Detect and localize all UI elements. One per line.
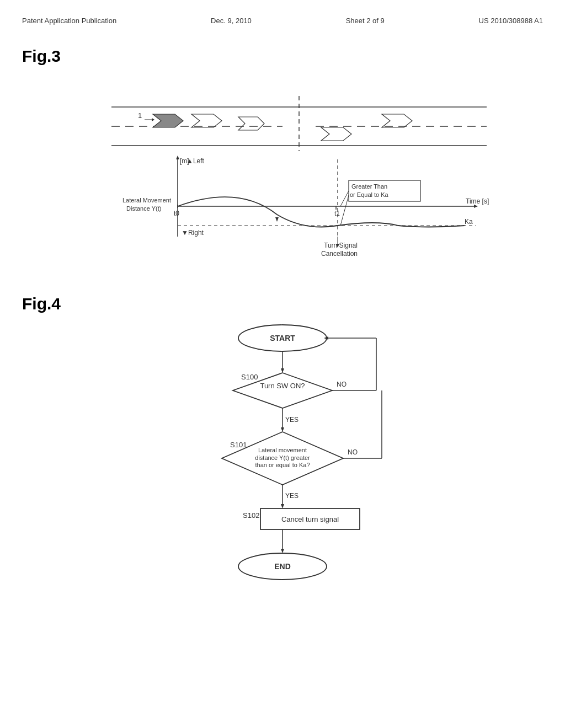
svg-marker-70 bbox=[281, 549, 284, 553]
svg-text:Cancel turn signal: Cancel turn signal bbox=[281, 515, 339, 523]
svg-text:NO: NO bbox=[337, 381, 347, 388]
fig4-diagram: START S100 Turn SW ON? YES NO bbox=[145, 322, 420, 586]
svg-text:Lateral movement: Lateral movement bbox=[258, 447, 307, 453]
header-publication: Patent Application Publication bbox=[22, 17, 116, 25]
header-patent-number: US 2010/308988 A1 bbox=[479, 17, 543, 25]
svg-text:Ka: Ka bbox=[465, 218, 473, 226]
svg-text:END: END bbox=[274, 562, 291, 571]
fig3-diagram: 1 [m] ▲Left bbox=[67, 74, 498, 261]
svg-text:t1: t1 bbox=[334, 210, 340, 217]
svg-marker-10 bbox=[152, 118, 154, 121]
svg-line-35 bbox=[340, 195, 349, 226]
svg-marker-43 bbox=[281, 368, 284, 373]
svg-text:Time [s]: Time [s] bbox=[466, 197, 489, 205]
svg-marker-48 bbox=[281, 427, 284, 432]
svg-text:NO: NO bbox=[348, 448, 358, 456]
svg-text:t0: t0 bbox=[174, 210, 179, 217]
svg-text:Turn SW ON?: Turn SW ON? bbox=[260, 382, 305, 390]
svg-text:S100: S100 bbox=[241, 373, 258, 381]
fig4-section: Fig.4 START S100 Turn SW ON? YES bbox=[22, 295, 543, 586]
svg-text:distance Y(t) greater: distance Y(t) greater bbox=[255, 454, 310, 461]
svg-marker-7 bbox=[238, 117, 264, 130]
svg-text:or Equal to Ka: or Equal to Ka bbox=[350, 191, 389, 198]
svg-marker-6 bbox=[191, 114, 222, 127]
svg-text:S102: S102 bbox=[243, 511, 259, 520]
page: Patent Application Publication Dec. 9, 2… bbox=[0, 0, 565, 728]
svg-text:1: 1 bbox=[138, 111, 142, 120]
page-header: Patent Application Publication Dec. 9, 2… bbox=[22, 11, 543, 30]
fig4-title: Fig.4 bbox=[22, 295, 543, 313]
svg-marker-26 bbox=[275, 217, 279, 222]
svg-text:▲Left: ▲Left bbox=[186, 157, 205, 165]
svg-text:YES: YES bbox=[285, 492, 299, 500]
svg-text:START: START bbox=[270, 334, 295, 342]
header-date: Dec. 9, 2010 bbox=[211, 17, 252, 25]
svg-marker-61 bbox=[281, 504, 284, 508]
svg-marker-14 bbox=[176, 156, 179, 159]
fig3-title: Fig.3 bbox=[22, 47, 543, 66]
header-sheet: Sheet 2 of 9 bbox=[346, 17, 385, 25]
svg-line-34 bbox=[340, 191, 349, 206]
svg-text:Lateral Movement: Lateral Movement bbox=[122, 197, 171, 204]
svg-text:YES: YES bbox=[285, 416, 299, 424]
svg-text:Distance Y(t): Distance Y(t) bbox=[126, 205, 161, 212]
svg-text:▼Right: ▼Right bbox=[182, 229, 204, 237]
svg-marker-12 bbox=[382, 114, 412, 127]
fig4-svg: START S100 Turn SW ON? YES NO bbox=[145, 322, 420, 597]
svg-marker-5 bbox=[153, 114, 183, 127]
svg-marker-11 bbox=[321, 127, 351, 141]
fig3-svg: 1 [m] ▲Left bbox=[67, 74, 498, 261]
svg-text:Cancellation: Cancellation bbox=[321, 250, 358, 258]
svg-text:S101: S101 bbox=[230, 441, 247, 449]
svg-text:than or equal to Ka?: than or equal to Ka? bbox=[255, 462, 310, 468]
svg-text:Turn Signal: Turn Signal bbox=[324, 242, 358, 249]
svg-text:Greater Than: Greater Than bbox=[351, 183, 387, 190]
fig3-section: Fig.3 1 bbox=[22, 47, 543, 261]
